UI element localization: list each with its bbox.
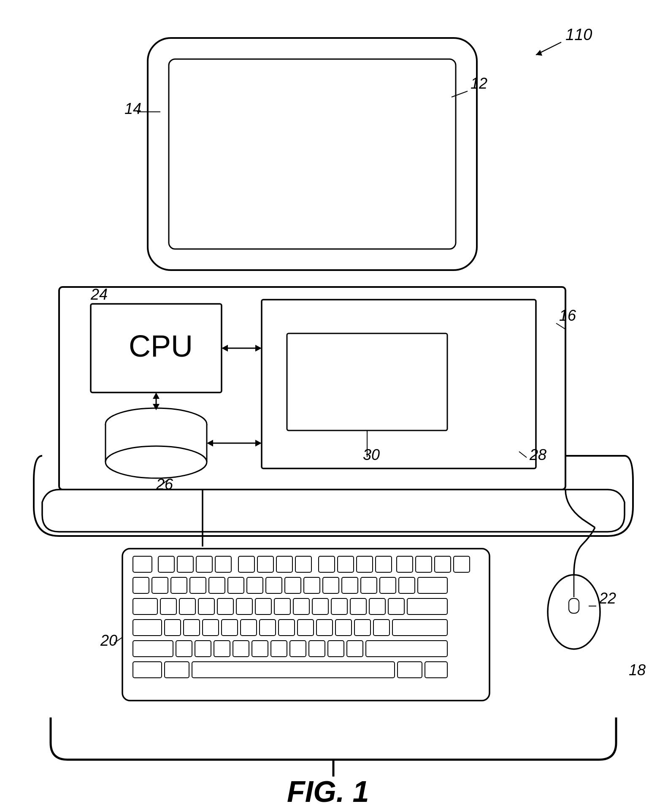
- label-18: 18: [629, 661, 646, 679]
- svg-rect-32: [177, 556, 193, 572]
- svg-rect-60: [380, 577, 396, 593]
- svg-rect-83: [241, 620, 257, 636]
- svg-rect-92: [133, 641, 173, 657]
- svg-rect-34: [215, 556, 231, 572]
- svg-rect-50: [190, 577, 206, 593]
- svg-rect-68: [236, 598, 252, 614]
- svg-rect-67: [217, 598, 233, 614]
- label-20: 20: [100, 632, 117, 649]
- svg-rect-36: [257, 556, 273, 572]
- svg-rect-77: [407, 598, 447, 614]
- svg-rect-73: [331, 598, 347, 614]
- svg-rect-56: [304, 577, 320, 593]
- svg-rect-59: [361, 577, 377, 593]
- svg-rect-95: [214, 641, 230, 657]
- svg-rect-97: [252, 641, 268, 657]
- svg-rect-41: [357, 556, 373, 572]
- svg-rect-63: [133, 598, 157, 614]
- svg-rect-62: [418, 577, 447, 593]
- diagram-container: 110 14 12 16 CPU 24: [0, 0, 668, 812]
- svg-rect-71: [293, 598, 309, 614]
- svg-rect-102: [347, 641, 363, 657]
- svg-rect-53: [247, 577, 263, 593]
- svg-rect-81: [203, 620, 219, 636]
- svg-rect-55: [285, 577, 301, 593]
- svg-rect-48: [152, 577, 168, 593]
- svg-rect-65: [179, 598, 195, 614]
- svg-rect-30: [133, 556, 152, 572]
- svg-rect-87: [316, 620, 333, 636]
- label-22: 22: [599, 590, 616, 607]
- figure-label: FIG. 1: [287, 775, 369, 808]
- svg-rect-98: [271, 641, 287, 657]
- svg-rect-91: [392, 620, 447, 636]
- svg-rect-93: [176, 641, 192, 657]
- svg-rect-35: [238, 556, 254, 572]
- svg-rect-82: [222, 620, 238, 636]
- svg-rect-100: [309, 641, 325, 657]
- svg-rect-3: [169, 59, 456, 249]
- svg-rect-57: [323, 577, 339, 593]
- svg-rect-108: [425, 662, 447, 678]
- svg-rect-106: [192, 662, 395, 678]
- svg-rect-99: [290, 641, 306, 657]
- svg-rect-84: [260, 620, 276, 636]
- svg-rect-37: [276, 556, 292, 572]
- svg-rect-104: [133, 662, 162, 678]
- svg-rect-76: [388, 598, 404, 614]
- svg-rect-80: [184, 620, 200, 636]
- svg-rect-74: [350, 598, 366, 614]
- svg-rect-51: [209, 577, 225, 593]
- svg-rect-45: [435, 556, 451, 572]
- svg-rect-89: [354, 620, 371, 636]
- svg-rect-40: [338, 556, 354, 572]
- label-24: 24: [90, 286, 108, 303]
- ref-110: 110: [565, 26, 592, 43]
- svg-rect-61: [399, 577, 415, 593]
- svg-rect-94: [195, 641, 211, 657]
- svg-rect-52: [228, 577, 244, 593]
- svg-rect-58: [342, 577, 358, 593]
- svg-rect-69: [255, 598, 271, 614]
- svg-rect-86: [297, 620, 314, 636]
- svg-rect-39: [319, 556, 335, 572]
- svg-rect-47: [133, 577, 149, 593]
- svg-rect-31: [158, 556, 174, 572]
- svg-rect-33: [196, 556, 212, 572]
- svg-rect-88: [335, 620, 352, 636]
- svg-rect-103: [366, 641, 447, 657]
- svg-rect-112: [569, 598, 579, 613]
- svg-rect-49: [171, 577, 187, 593]
- svg-rect-66: [198, 598, 214, 614]
- svg-rect-44: [416, 556, 432, 572]
- svg-rect-107: [398, 662, 422, 678]
- svg-rect-42: [376, 556, 392, 572]
- svg-rect-72: [312, 598, 328, 614]
- svg-rect-96: [233, 641, 249, 657]
- svg-rect-79: [165, 620, 181, 636]
- label-16: 16: [559, 307, 576, 324]
- label-14: 14: [124, 100, 141, 117]
- svg-rect-70: [274, 598, 290, 614]
- svg-rect-38: [295, 556, 311, 572]
- svg-rect-105: [165, 662, 189, 678]
- svg-rect-78: [133, 620, 162, 636]
- cpu-label-text: CPU: [129, 329, 193, 363]
- svg-rect-20: [287, 333, 447, 430]
- svg-rect-75: [369, 598, 385, 614]
- svg-rect-85: [279, 620, 295, 636]
- svg-rect-46: [454, 556, 470, 572]
- svg-rect-64: [160, 598, 176, 614]
- svg-rect-101: [328, 641, 344, 657]
- label-12: 12: [471, 75, 487, 92]
- svg-rect-54: [266, 577, 282, 593]
- svg-rect-43: [397, 556, 413, 572]
- svg-rect-90: [373, 620, 389, 636]
